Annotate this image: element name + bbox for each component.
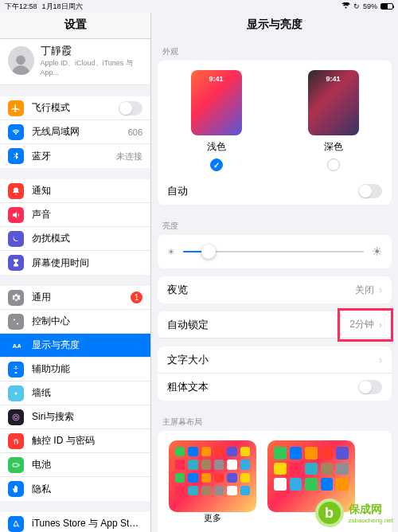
group-alerts: 通知 声音 勿扰模式 屏幕使用时间 bbox=[0, 179, 150, 275]
airplane-label: 飞行模式 bbox=[32, 101, 119, 115]
hand-icon bbox=[8, 481, 24, 497]
light-radio[interactable] bbox=[210, 158, 223, 171]
brightness-header: 亮度 bbox=[151, 213, 398, 235]
row-screentime[interactable]: 屏幕使用时间 bbox=[0, 251, 150, 275]
bold-text-row[interactable]: 粗体文本 bbox=[158, 374, 392, 401]
dark-thumb: 9:41 bbox=[308, 70, 359, 135]
text-size-icon: AA bbox=[8, 338, 24, 354]
night-shift-card: 夜览 关闭 › bbox=[158, 276, 392, 303]
row-dnd[interactable]: 勿扰模式 bbox=[0, 227, 150, 251]
appearance-dark[interactable]: 9:41 深色 bbox=[308, 70, 359, 171]
accessibility-icon bbox=[8, 362, 24, 377]
sun-small-icon: ☀︎ bbox=[167, 247, 175, 257]
svg-text:AA: AA bbox=[13, 342, 21, 350]
svg-point-1 bbox=[14, 319, 15, 320]
svg-point-6 bbox=[13, 414, 19, 421]
watermark-text: 保成网 bbox=[349, 503, 382, 515]
flower-icon bbox=[8, 385, 24, 401]
brightness-slider[interactable] bbox=[183, 251, 364, 252]
row-sounds[interactable]: 声音 bbox=[0, 203, 150, 227]
profile-sub: Apple ID、iCloud、iTunes 与 App... bbox=[41, 58, 142, 76]
layout-more-option[interactable]: 更多 bbox=[169, 440, 256, 530]
siri-icon bbox=[8, 409, 24, 425]
rotation-lock-icon: ↻ bbox=[353, 2, 360, 10]
row-itunes[interactable]: iTunes Store 与 App Store bbox=[0, 512, 150, 532]
apple-id-row[interactable]: 丁靜霞 Apple ID、iCloud、iTunes 与 App... bbox=[0, 39, 150, 85]
wifi-label: 无线局域网 bbox=[32, 125, 128, 139]
bluetooth-icon bbox=[8, 148, 24, 164]
autolock-card: 自动锁定 2分钟 › bbox=[158, 311, 392, 338]
watermark-logo: b bbox=[315, 499, 344, 527]
gear-icon bbox=[8, 290, 24, 306]
general-badge: 1 bbox=[131, 291, 142, 303]
settings-sidebar: 设置 丁靜霞 Apple ID、iCloud、iTunes 与 App... 飞… bbox=[0, 13, 151, 532]
row-touchid[interactable]: 触控 ID 与密码 bbox=[0, 429, 150, 453]
chevron-right-icon: › bbox=[379, 354, 382, 366]
row-wifi[interactable]: 无线局域网 606 bbox=[0, 120, 150, 144]
watermark-url: zsbaocheng.net bbox=[349, 517, 394, 524]
appstore-icon bbox=[8, 516, 24, 532]
layout-header: 主屏幕布局 bbox=[151, 409, 398, 431]
status-bar: 下午12:58 1月18日周六 ↻ 59% bbox=[0, 0, 398, 13]
autolock-row[interactable]: 自动锁定 2分钟 › bbox=[158, 311, 392, 338]
row-bluetooth[interactable]: 蓝牙 未连接 bbox=[0, 144, 150, 168]
detail-pane: 显示与亮度 外观 9:41 浅色 9:41 深色 自动 亮度 bbox=[151, 13, 398, 532]
group-general: 通用1 控制中心 AA显示与亮度 辅助功能 墙纸 Siri与搜索 触控 ID 与… bbox=[0, 286, 150, 501]
sliders-icon bbox=[8, 314, 24, 330]
svg-rect-8 bbox=[13, 464, 18, 467]
row-control-center[interactable]: 控制中心 bbox=[0, 310, 150, 334]
row-notifications[interactable]: 通知 bbox=[0, 179, 150, 203]
dark-radio[interactable] bbox=[327, 158, 340, 171]
status-date: 1月18日周六 bbox=[42, 2, 83, 12]
chevron-right-icon: › bbox=[379, 319, 382, 331]
layout-more-thumb bbox=[169, 440, 256, 512]
row-accessibility[interactable]: 辅助功能 bbox=[0, 358, 150, 381]
profile-name: 丁靜霞 bbox=[41, 44, 142, 58]
auto-appearance-row[interactable]: 自动 bbox=[158, 178, 392, 205]
row-privacy[interactable]: 隐私 bbox=[0, 477, 150, 501]
group-connectivity: 飞行模式 无线局域网 606 蓝牙 未连接 bbox=[0, 96, 150, 168]
airplane-icon bbox=[8, 100, 24, 116]
battery-icon-box bbox=[8, 457, 24, 473]
row-siri[interactable]: Siri与搜索 bbox=[0, 405, 150, 429]
avatar bbox=[8, 46, 34, 75]
text-size-row[interactable]: 文字大小 › bbox=[158, 346, 392, 374]
battery-pct: 59% bbox=[363, 2, 377, 10]
watermark: b 保成网 zsbaocheng.net bbox=[315, 499, 394, 527]
bluetooth-label: 蓝牙 bbox=[32, 150, 116, 163]
appearance-card: 9:41 浅色 9:41 深色 自动 bbox=[158, 61, 392, 205]
bell-icon bbox=[8, 183, 24, 199]
battery-icon bbox=[380, 3, 393, 10]
detail-title: 显示与亮度 bbox=[151, 13, 398, 38]
status-time: 下午12:58 bbox=[5, 2, 37, 12]
svg-point-5 bbox=[15, 392, 18, 394]
group-store: iTunes Store 与 App Store 钱包与 Apple Pay bbox=[0, 512, 150, 532]
wifi-icon bbox=[341, 2, 350, 11]
sun-large-icon: ☀︎ bbox=[372, 244, 382, 259]
light-thumb: 9:41 bbox=[191, 70, 242, 135]
night-shift-row[interactable]: 夜览 关闭 › bbox=[158, 276, 392, 303]
svg-point-7 bbox=[14, 416, 18, 419]
chevron-right-icon: › bbox=[379, 284, 382, 295]
fingerprint-icon bbox=[8, 433, 24, 449]
row-general[interactable]: 通用1 bbox=[0, 286, 150, 310]
svg-point-4 bbox=[15, 366, 17, 367]
text-card: 文字大小 › 粗体文本 bbox=[158, 346, 392, 401]
row-airplane[interactable]: 飞行模式 bbox=[0, 96, 150, 120]
row-display[interactable]: AA显示与亮度 bbox=[0, 334, 150, 358]
svg-rect-9 bbox=[19, 464, 20, 466]
airplane-toggle[interactable] bbox=[119, 101, 142, 115]
svg-point-0 bbox=[16, 55, 25, 65]
moon-icon bbox=[8, 231, 24, 247]
auto-toggle[interactable] bbox=[358, 184, 382, 198]
appearance-header: 外观 bbox=[151, 38, 398, 61]
bold-text-toggle[interactable] bbox=[358, 380, 382, 394]
hourglass-icon bbox=[8, 255, 24, 271]
row-wallpaper[interactable]: 墙纸 bbox=[0, 381, 150, 405]
sidebar-title: 设置 bbox=[0, 13, 150, 39]
bluetooth-value: 未连接 bbox=[116, 151, 142, 162]
wifi-icon-box bbox=[8, 124, 24, 140]
row-battery[interactable]: 电池 bbox=[0, 453, 150, 477]
appearance-light[interactable]: 9:41 浅色 bbox=[191, 70, 242, 171]
svg-point-2 bbox=[17, 323, 18, 324]
